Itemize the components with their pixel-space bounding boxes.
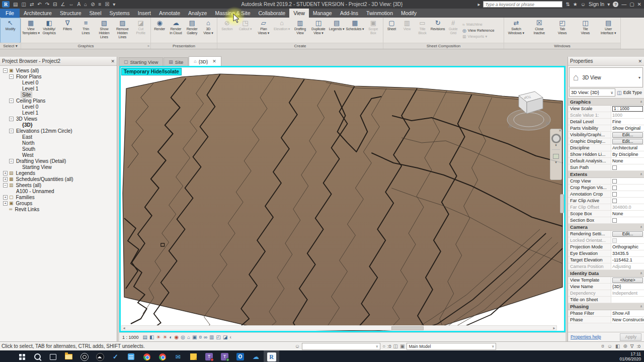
property-value[interactable]: 1 : 1000 — [611, 106, 644, 112]
tree-item-level-1[interactable]: Level 1 — [0, 110, 117, 116]
property-value-button[interactable]: Edit... — [612, 231, 643, 237]
instance-selector[interactable]: 3D View: {3D} ∨ — [569, 88, 615, 97]
tree-item-revit-links[interactable]: ∞Revit Links — [0, 206, 117, 212]
panel-label-create[interactable]: Create — [217, 43, 383, 49]
customize-qat-icon[interactable]: ▾ — [113, 0, 115, 9]
tab-modify[interactable]: Modify — [397, 9, 421, 18]
navigation-bar[interactable]: ✕ ▾ ▾ — [550, 129, 562, 180]
tree-item-schedules-quantities-all[interactable]: +▦Schedules/Quantities (all) — [0, 176, 117, 182]
minimize-button[interactable]: — — [621, 2, 626, 7]
panel-label-select[interactable]: Select ▾ — [0, 43, 21, 49]
section-collapse-icon[interactable]: « — [638, 226, 643, 228]
property-value[interactable]: 1000 — [611, 112, 644, 118]
revisions-button[interactable]: ↻Revisions — [430, 18, 446, 43]
tree-item-sheets-all[interactable]: −▥Sheets (all) — [0, 182, 117, 188]
rendering-region-icon[interactable]: ◎ — [181, 333, 185, 342]
xbox-app[interactable] — [76, 350, 92, 362]
panel-label-graphics[interactable]: Graphics» — [21, 43, 150, 49]
thin-lines-button[interactable]: ≡Thin Lines — [76, 18, 95, 43]
tab-analyze[interactable]: Analyze — [184, 9, 211, 18]
panel-dialog-launcher-icon[interactable]: » — [147, 44, 149, 48]
show-hidden-lines-button[interactable]: ▧Show Hidden Lines — [95, 18, 113, 43]
filter-icon[interactable]: ∇ — [630, 343, 634, 349]
collapse-arrow[interactable]: ‹ — [229, 333, 231, 342]
tree-item-site[interactable]: Site — [0, 92, 117, 98]
property-value[interactable]: None — [611, 211, 644, 217]
scroll-right-arrow[interactable]: ► — [552, 326, 556, 330]
open-icon[interactable]: ▤ — [13, 0, 18, 9]
property-section-extents[interactable]: Extents« — [568, 171, 644, 178]
edit-type-button[interactable]: ◫ Edit Type — [617, 88, 643, 97]
section-collapse-icon[interactable]: « — [638, 305, 643, 307]
redo-icon[interactable]: ↷ — [45, 0, 49, 9]
account-icon[interactable]: ☺ — [581, 2, 586, 7]
sign-in-button[interactable]: Sign In — [589, 2, 604, 7]
tree-item-floor-plans[interactable]: −Floor Plans — [0, 73, 117, 79]
calendar-app[interactable] — [123, 350, 139, 362]
app-revit-icon[interactable]: R — [2, 1, 10, 8]
filters-button[interactable]: ∇Filters — [58, 18, 76, 43]
duplicate-view-button[interactable]: ◫Duplicate View ▾ — [309, 18, 328, 43]
tab-file[interactable]: File — [0, 9, 20, 18]
default-3d-view-icon[interactable]: ⌂ — [84, 0, 87, 9]
section-collapse-icon[interactable]: « — [638, 272, 643, 274]
temporary-view-properties-icon[interactable]: ▥ — [209, 333, 214, 342]
property-value[interactable]: Show Original — [611, 125, 644, 131]
properties-header[interactable]: Properties ✕ — [568, 57, 644, 66]
tree-expander-icon[interactable]: − — [9, 159, 14, 163]
tree-expander-icon[interactable]: − — [9, 117, 14, 121]
active-workset-dropdown[interactable]: ∨ — [302, 343, 380, 350]
teams-app-2[interactable]: T — [217, 350, 232, 362]
property-value[interactable]: New Construction — [611, 317, 644, 323]
property-checkbox[interactable] — [612, 192, 617, 197]
tree-item-drafting-views-detail[interactable]: −Drafting Views (Detail) — [0, 158, 117, 164]
help-icon[interactable]: ? — [613, 2, 618, 7]
property-value[interactable] — [611, 217, 644, 223]
panel-label-sheet-composition[interactable]: Sheet Composition — [383, 43, 504, 49]
project-browser-header[interactable]: Project Browser - Project2 ✕ — [0, 57, 117, 66]
3d-view-button[interactable]: ⌂3D View ▾ — [200, 18, 216, 43]
visibility-graphics-button[interactable]: ◧Visibility/ Graphics — [40, 18, 58, 43]
tab-insert[interactable]: Insert — [134, 9, 155, 18]
search-button[interactable] — [30, 350, 45, 362]
tree-item-families[interactable]: +▢Families — [0, 194, 117, 200]
crop-view-icon[interactable]: ⌂ — [187, 333, 190, 342]
tree-item-south[interactable]: South — [0, 146, 117, 152]
todo-app[interactable]: ✓ — [108, 350, 123, 362]
property-checkbox[interactable] — [612, 179, 617, 184]
property-value[interactable] — [611, 297, 644, 303]
property-value[interactable]: Orthographic — [611, 244, 644, 250]
design-options-icon[interactable]: ◫ — [393, 343, 398, 349]
print-icon[interactable]: ⊟ — [53, 0, 57, 9]
tab-collaborate[interactable]: Collaborate — [254, 9, 289, 18]
search-expand-icon[interactable]: ▸ — [477, 2, 480, 7]
tab-view[interactable]: View — [289, 9, 309, 18]
text-icon[interactable]: A — [77, 0, 80, 9]
property-value[interactable]: Edit... — [611, 138, 644, 144]
property-value[interactable]: By Discipline — [611, 151, 644, 157]
wheel-menu-chevron-icon[interactable]: ▾ — [555, 143, 557, 147]
view-tab-site[interactable]: ▤Site — [164, 57, 188, 66]
render-button[interactable]: ◉Render — [151, 18, 168, 43]
close-inactive-button[interactable]: ☒Close Inactive — [528, 18, 551, 43]
panel-label-presentation[interactable]: Presentation — [151, 43, 217, 49]
property-value[interactable]: Architectural — [611, 145, 644, 151]
property-section-phasing[interactable]: Phasing« — [568, 303, 644, 310]
sun-path-icon[interactable]: ☀ — [156, 333, 160, 342]
tree-expander-icon[interactable]: + — [3, 171, 8, 175]
tree-item-level-0[interactable]: Level 0 — [0, 79, 117, 85]
displacement-icon[interactable]: ◪ — [223, 333, 227, 342]
terrain-surface[interactable] — [123, 74, 562, 331]
tree-item-ceiling-plans[interactable]: −Ceiling Plans — [0, 98, 117, 104]
schedules-button[interactable]: ▦Schedules ▾ — [346, 18, 364, 43]
property-value-button[interactable]: Edit... — [612, 132, 643, 138]
tree-expander-icon[interactable]: − — [9, 99, 14, 103]
revit-app[interactable]: R — [264, 350, 279, 362]
tab-annotate[interactable]: Annotate — [155, 9, 184, 18]
property-value[interactable]: None — [611, 158, 644, 164]
undo-icon[interactable]: ↶ — [37, 0, 41, 9]
background-processes-icon[interactable]: ◧ — [615, 343, 620, 349]
visual-style-icon[interactable]: ◧ — [149, 333, 154, 342]
property-value[interactable]: -115462.1 — [611, 257, 644, 263]
sheet-button[interactable]: ▢Sheet — [384, 18, 399, 43]
